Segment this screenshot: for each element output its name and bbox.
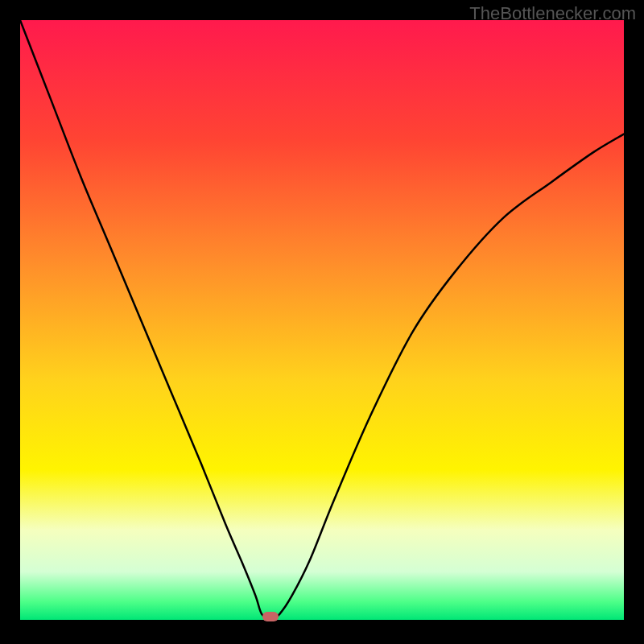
curve-layer (20, 20, 624, 620)
bottleneck-curve (20, 20, 624, 620)
watermark-text: TheBottlenecker.com (469, 3, 636, 24)
chart-frame (20, 20, 624, 620)
optimal-point-marker (262, 612, 279, 621)
